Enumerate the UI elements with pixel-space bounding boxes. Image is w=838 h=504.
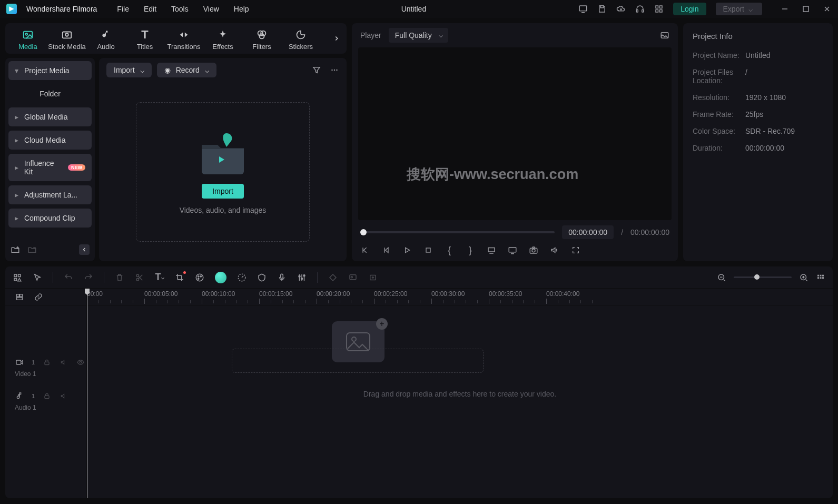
sidebar-item-compound-clip[interactable]: ▸Compound Clip — [8, 209, 92, 228]
mute-icon[interactable] — [59, 358, 68, 367]
timeline-settings-icon[interactable] — [15, 292, 24, 302]
window-controls — [780, 4, 832, 14]
crop-icon[interactable] — [175, 273, 184, 282]
menu-help[interactable]: Help — [234, 5, 249, 13]
svg-point-10 — [25, 33, 27, 35]
folder-remove-icon[interactable] — [27, 245, 37, 254]
zoom-slider[interactable] — [734, 276, 792, 278]
menu-file[interactable]: File — [117, 5, 129, 13]
sidebar-collapse-button[interactable] — [79, 244, 90, 255]
snapshot-icon[interactable] — [660, 31, 669, 40]
step-back-icon[interactable] — [381, 245, 391, 255]
menu-tools[interactable]: Tools — [171, 5, 189, 13]
import-drop-zone[interactable]: Import Videos, audio, and images — [136, 102, 310, 242]
audio-mixer-icon[interactable] — [297, 273, 307, 282]
fullscreen-icon[interactable] — [571, 245, 580, 255]
undo-icon[interactable] — [64, 273, 73, 282]
apps-icon[interactable] — [654, 4, 664, 14]
timeline-canvas[interactable]: 00:0000:00:05:0000:00:10:0000:00:15:0000… — [87, 289, 833, 498]
tab-media[interactable]: Media — [8, 27, 47, 51]
minimize-icon[interactable] — [780, 4, 790, 14]
headphones-icon[interactable] — [635, 4, 645, 14]
sidebar-item-global-media[interactable]: ▸Global Media — [8, 107, 92, 126]
svg-rect-44 — [817, 274, 819, 276]
player-panel: Player Full Quality 搜软网-www.secruan.com … — [352, 23, 678, 261]
svg-point-17 — [334, 70, 336, 71]
svg-rect-48 — [820, 277, 822, 279]
cloud-icon[interactable] — [616, 4, 626, 14]
mark-out-icon[interactable]: } — [466, 245, 475, 255]
filter-icon[interactable] — [312, 65, 321, 75]
zoom-out-icon[interactable] — [717, 273, 726, 282]
mute-icon[interactable] — [59, 391, 68, 401]
svg-rect-3 — [642, 10, 644, 13]
export-button[interactable]: Export ⌵ — [716, 3, 762, 15]
split-icon[interactable] — [135, 273, 144, 282]
ai-tools-icon[interactable] — [215, 272, 226, 283]
import-dropdown[interactable]: Import⌵ — [106, 63, 152, 77]
color-icon[interactable] — [195, 273, 204, 282]
visibility-icon[interactable] — [76, 358, 85, 367]
camera-icon[interactable] — [529, 245, 538, 255]
tab-effects[interactable]: Effects — [203, 27, 242, 51]
svg-rect-46 — [822, 274, 824, 276]
more-icon[interactable] — [330, 65, 339, 75]
new-folder-icon[interactable] — [11, 245, 20, 254]
import-button[interactable]: Import — [202, 184, 244, 199]
record-dropdown[interactable]: ◉Record⌵ — [157, 63, 216, 77]
speed-icon[interactable] — [237, 273, 247, 282]
sidebar-item-folder[interactable]: Folder — [8, 84, 92, 103]
redo-icon[interactable] — [84, 273, 93, 282]
delete-icon[interactable] — [115, 273, 124, 282]
quality-select[interactable]: Full Quality — [389, 28, 448, 43]
timeline-drop-target[interactable] — [232, 349, 484, 373]
layout-icon[interactable] — [13, 273, 22, 282]
menu-view[interactable]: View — [203, 5, 219, 13]
tab-titles[interactable]: TTitles — [125, 27, 164, 51]
mark-in-icon[interactable]: { — [445, 245, 454, 255]
cursor-icon[interactable] — [33, 273, 42, 282]
tab-transitions[interactable]: Transitions — [164, 27, 203, 51]
marker-icon[interactable] — [348, 273, 358, 282]
tabs-more-icon[interactable] — [332, 34, 341, 43]
maximize-icon[interactable] — [801, 4, 811, 14]
svg-rect-52 — [17, 297, 23, 300]
volume-icon[interactable] — [550, 245, 559, 255]
sidebar-item-influence-kit[interactable]: ▸Influence KitNEW — [8, 154, 92, 181]
svg-rect-35 — [281, 274, 283, 278]
video-track-icon[interactable] — [15, 358, 24, 367]
prev-frame-icon[interactable] — [360, 245, 370, 255]
tab-stickers[interactable]: Stickers — [281, 27, 320, 51]
tab-filters[interactable]: Filters — [242, 27, 281, 51]
play-icon[interactable] — [402, 245, 412, 255]
sidebar-item-cloud-media[interactable]: ▸Cloud Media — [8, 131, 92, 150]
timeline-ruler[interactable]: 00:0000:00:05:0000:00:10:0000:00:15:0000… — [87, 289, 833, 305]
audio-track-icon[interactable] — [15, 391, 24, 401]
menu-edit[interactable]: Edit — [144, 5, 156, 13]
add-marker-icon[interactable] — [368, 273, 378, 282]
zoom-in-icon[interactable] — [799, 273, 809, 282]
link-icon[interactable] — [34, 292, 43, 302]
keyframe-icon[interactable] — [328, 273, 338, 282]
tab-stock-media[interactable]: Stock Media — [47, 27, 86, 51]
chevron-right-icon: ▸ — [15, 214, 20, 222]
sidebar-item-adjustment-layer[interactable]: ▸Adjustment La... — [8, 185, 92, 204]
chevron-right-icon: ▸ — [15, 136, 20, 144]
stop-icon[interactable] — [423, 245, 433, 255]
preview-quality-icon[interactable] — [487, 245, 496, 255]
lock-icon[interactable] — [42, 391, 52, 401]
mask-icon[interactable] — [257, 273, 267, 282]
display-settings-icon[interactable] — [508, 245, 517, 255]
text-tool-icon[interactable]: T⌵ — [155, 273, 164, 282]
title-icons: Login Export ⌵ — [578, 3, 762, 15]
display-icon[interactable] — [578, 4, 588, 14]
sidebar-item-project-media[interactable]: ▾Project Media — [8, 61, 92, 80]
player-scrubber[interactable] — [360, 231, 555, 233]
login-button[interactable]: Login — [673, 3, 706, 15]
save-icon[interactable] — [597, 4, 607, 14]
voiceover-icon[interactable] — [277, 273, 287, 282]
lock-icon[interactable] — [42, 358, 52, 367]
tab-audio[interactable]: Audio — [86, 27, 125, 51]
timeline-view-icon[interactable] — [816, 273, 825, 282]
close-icon[interactable] — [822, 4, 832, 14]
